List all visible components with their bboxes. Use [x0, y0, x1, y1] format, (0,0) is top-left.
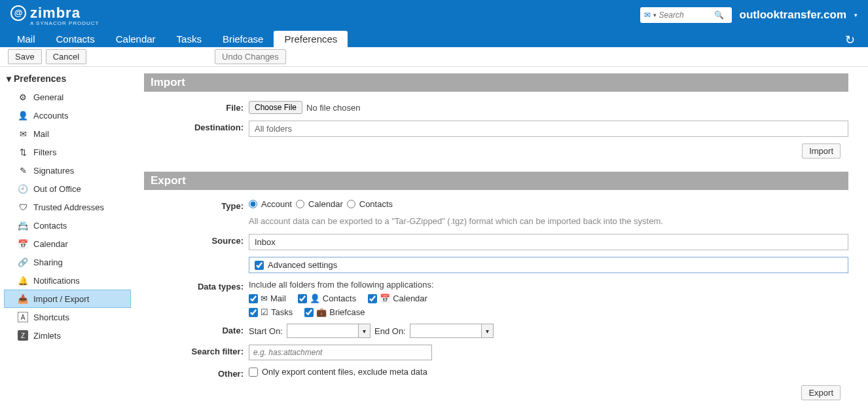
account-menu-caret-icon[interactable]: ▾ — [854, 12, 858, 18]
sidebar-item-label: Calendar — [33, 239, 68, 249]
dt-mail[interactable]: ✉Mail — [249, 293, 286, 303]
sidebar-item-label: Accounts — [33, 111, 68, 121]
dropdown-icon[interactable]: ▾ — [359, 324, 371, 338]
mail-icon: ✉ — [644, 10, 651, 20]
sidebar-item-label: Notifications — [33, 276, 80, 286]
calendar-icon: 📅 — [18, 238, 28, 249]
type-radio-calendar[interactable]: Calendar — [296, 199, 343, 209]
tab-mail[interactable]: Mail — [7, 31, 46, 47]
sidebar-item-notifications[interactable]: 🔔Notifications — [4, 271, 131, 290]
sidebar-item-trusted-addresses[interactable]: 🛡Trusted Addresses — [4, 198, 131, 216]
start-on-label: Start On: — [249, 326, 283, 336]
advanced-settings-label: Advanced settings — [268, 260, 337, 270]
zimlets-icon: Z — [18, 330, 28, 341]
shield-icon: 🛡 — [18, 202, 28, 212]
sidebar-item-label: Signatures — [33, 166, 74, 176]
tab-briefcase[interactable]: Briefcase — [212, 31, 274, 47]
other-checkbox[interactable] — [249, 368, 258, 377]
export-button[interactable]: Export — [801, 385, 841, 400]
pen-icon: ✎ — [18, 165, 28, 176]
logo: @ zimbra A SYNACOR PRODUCT — [10, 5, 99, 26]
undo-changes-button[interactable]: Undo Changes — [215, 49, 286, 64]
dt-briefcase[interactable]: 💼Briefcase — [304, 307, 365, 317]
sidebar-item-shortcuts[interactable]: AShortcuts — [4, 308, 131, 326]
other-option[interactable]: Only export content files, exclude meta … — [249, 367, 848, 377]
destination-label: Destination: — [144, 121, 249, 132]
sidebar-title: Preferences — [14, 73, 66, 84]
sidebar-item-sharing[interactable]: 🔗Sharing — [4, 253, 131, 271]
sidebar-item-label: Sharing — [33, 257, 63, 267]
toolbar: Save Cancel Undo Changes — [0, 47, 868, 67]
source-label: Source: — [144, 234, 249, 246]
sidebar-item-zimlets[interactable]: ZZimlets — [4, 326, 131, 345]
import-export-icon: 📥 — [18, 293, 28, 304]
sidebar-item-out-of-office[interactable]: 🕘Out of Office — [4, 180, 131, 198]
sidebar-item-label: Contacts — [33, 221, 67, 231]
sidebar-item-signatures[interactable]: ✎Signatures — [4, 161, 131, 180]
gear-icon: ⚙ — [18, 92, 28, 102]
logo-subtitle: A SYNACOR PRODUCT — [30, 20, 99, 26]
end-on-picker[interactable]: ▾ — [410, 324, 494, 338]
dt-tasks[interactable]: ☑Tasks — [249, 307, 293, 317]
tab-tasks[interactable]: Tasks — [166, 31, 212, 47]
dropdown-icon[interactable]: ▾ — [482, 324, 494, 338]
dt-calendar[interactable]: 📅Calendar — [368, 293, 427, 303]
search-box[interactable]: ✉ ▾ 🔍 — [640, 7, 732, 23]
data-types-hint: Include all folders from the following a… — [249, 280, 848, 290]
type-radio-account[interactable]: Account — [249, 199, 292, 209]
sidebar-item-filters[interactable]: ⇅Filters — [4, 143, 131, 161]
sidebar-item-general[interactable]: ⚙General — [4, 88, 131, 106]
logo-swirl-icon: @ — [10, 5, 26, 21]
import-button[interactable]: Import — [802, 143, 841, 159]
top-bar: @ zimbra A SYNACOR PRODUCT ✉ ▾ 🔍 outlook… — [0, 0, 868, 30]
start-on-picker[interactable]: ▾ — [287, 324, 371, 338]
other-label: Other: — [144, 367, 249, 379]
start-on-input[interactable] — [287, 324, 359, 338]
type-hint: All account data can be exported to a "T… — [249, 216, 848, 227]
sidebar-item-label: Out of Office — [33, 184, 81, 194]
dt-contacts[interactable]: 👤Contacts — [298, 293, 356, 303]
file-label: File: — [144, 101, 249, 113]
sidebar-item-label: Shortcuts — [33, 312, 69, 322]
search-input[interactable] — [659, 10, 712, 20]
sharing-icon: 🔗 — [18, 257, 28, 267]
search-scope-caret-icon[interactable]: ▾ — [653, 12, 657, 18]
collapse-caret-icon[interactable]: ▾ — [7, 73, 11, 84]
search-filter-input[interactable] — [249, 345, 432, 360]
mail-icon: ✉ — [261, 293, 268, 303]
sidebar-item-calendar[interactable]: 📅Calendar — [4, 235, 131, 253]
data-types-label: Data types: — [144, 280, 249, 292]
advanced-settings-toggle[interactable]: Advanced settings — [249, 257, 848, 273]
type-radio-contacts[interactable]: Contacts — [347, 199, 393, 209]
sidebar: ▾ Preferences ⚙General 👤Accounts ✉Mail ⇅… — [0, 67, 131, 416]
choose-file-button[interactable]: Choose File — [249, 101, 302, 114]
destination-picker[interactable]: All folders — [249, 121, 848, 137]
tab-contacts[interactable]: Contacts — [46, 31, 105, 47]
tab-calendar[interactable]: Calendar — [105, 31, 166, 47]
clock-icon: 🕘 — [18, 183, 28, 194]
save-button[interactable]: Save — [8, 49, 42, 64]
sidebar-item-contacts[interactable]: 📇Contacts — [4, 216, 131, 235]
reload-icon[interactable]: ↻ — [845, 33, 861, 47]
calendar-icon: 📅 — [380, 293, 390, 303]
account-brand[interactable]: outlooktransfer.com — [740, 9, 846, 22]
cancel-button[interactable]: Cancel — [46, 49, 86, 64]
date-label: Date: — [144, 324, 249, 335]
sidebar-item-accounts[interactable]: 👤Accounts — [4, 106, 131, 124]
content: Import File: Choose File No file chosen … — [131, 67, 868, 416]
advanced-settings-checkbox[interactable] — [255, 261, 264, 270]
sidebar-item-mail[interactable]: ✉Mail — [4, 124, 131, 143]
sidebar-item-label: Trusted Addresses — [33, 202, 104, 212]
logo-text: zimbra — [30, 5, 81, 22]
search-icon[interactable]: 🔍 — [714, 10, 724, 20]
no-file-text: No file chosen — [306, 103, 360, 113]
sidebar-item-label: Mail — [33, 129, 49, 139]
source-picker[interactable]: Inbox — [249, 234, 848, 250]
end-on-input[interactable] — [410, 324, 482, 338]
sidebar-item-import-export[interactable]: 📥Import / Export — [4, 290, 131, 308]
contacts-icon: 📇 — [18, 220, 28, 231]
tab-preferences[interactable]: Preferences — [274, 31, 348, 47]
other-option-text: Only export content files, exclude meta … — [262, 367, 427, 377]
sidebar-header[interactable]: ▾ Preferences — [4, 71, 131, 88]
end-on-label: End On: — [374, 326, 406, 336]
